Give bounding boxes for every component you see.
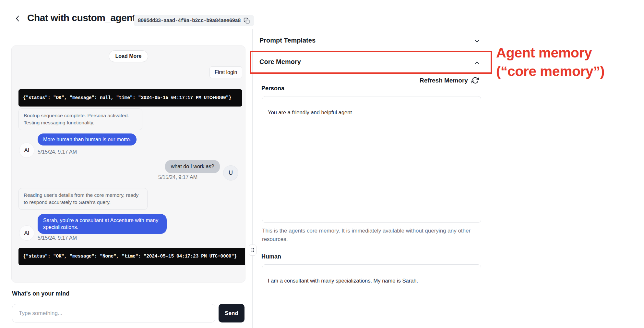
panel-divider	[252, 29, 253, 328]
message-input[interactable]	[12, 304, 215, 322]
annotation-text: Agent memory (“core memory”)	[496, 44, 604, 81]
system-status-message: {"status": "OK", "message": "None", "tim…	[18, 248, 245, 265]
persona-label: Persona	[261, 85, 284, 92]
load-more-button[interactable]: Load More	[109, 50, 148, 62]
human-label: Human	[261, 253, 281, 260]
system-status-message: {"status": "OK", "message": null, "time"…	[18, 89, 242, 107]
human-textarea[interactable]: I am a consultant with many specializati…	[262, 264, 481, 328]
chevron-down-icon[interactable]	[473, 38, 481, 45]
ai-avatar: AI	[19, 143, 34, 158]
chevron-up-icon[interactable]	[473, 59, 481, 66]
agent-monologue: Reading user's details from the core mem…	[18, 188, 148, 210]
refresh-icon	[471, 77, 479, 84]
copy-icon	[244, 18, 250, 24]
chat-history-panel: Load More First login {"status": "OK", "…	[11, 45, 245, 283]
persona-textarea[interactable]: You are a friendly and helpful agent	[262, 96, 481, 223]
agent-id-value: 8095dd33-aaad-4f9a-b2cc-b9a84aee69a8	[138, 18, 241, 24]
user-avatar: U	[223, 165, 238, 181]
annotation-line-1: Agent memory	[496, 44, 604, 62]
message-timestamp: 5/15/24, 9:17 AM	[38, 149, 77, 155]
refresh-memory-label: Refresh Memory	[420, 77, 468, 84]
core-memory-description: This is the agents core memory. It is im…	[262, 227, 473, 244]
core-memory-header[interactable]: Core Memory	[259, 58, 301, 66]
message-timestamp: 5/15/24, 9:17 AM	[38, 235, 77, 241]
agent-id-badge: 8095dd33-aaad-4f9a-b2cc-b9a84aee69a8	[134, 15, 254, 26]
ai-message-bubble: More human than human is our motto.	[38, 133, 137, 145]
copy-agent-id-button[interactable]	[244, 18, 250, 24]
grip-dots-icon	[251, 247, 254, 253]
prompt-templates-header[interactable]: Prompt Templates	[259, 37, 316, 44]
page-title: Chat with custom_agent	[27, 12, 136, 23]
refresh-memory-button[interactable]: Refresh Memory	[420, 77, 479, 84]
send-button[interactable]: Send	[219, 304, 244, 322]
back-button[interactable]	[12, 13, 23, 24]
agent-monologue: Bootup sequence complete. Persona activa…	[18, 108, 142, 130]
annotation-line-2: (“core memory”)	[496, 62, 604, 81]
composer-label: What's on your mind	[12, 290, 69, 297]
ai-message-bubble: Sarah, you're a consultant at Accenture …	[38, 214, 167, 234]
chevron-left-icon	[14, 14, 22, 23]
message-timestamp: 5/15/24, 9:17 AM	[158, 174, 197, 180]
panel-resize-handle[interactable]	[249, 245, 256, 256]
header-divider	[10, 29, 488, 29]
user-message-bubble: what do I work as?	[165, 160, 220, 173]
first-login-badge: First login	[209, 66, 242, 78]
ai-avatar: AI	[19, 225, 34, 241]
